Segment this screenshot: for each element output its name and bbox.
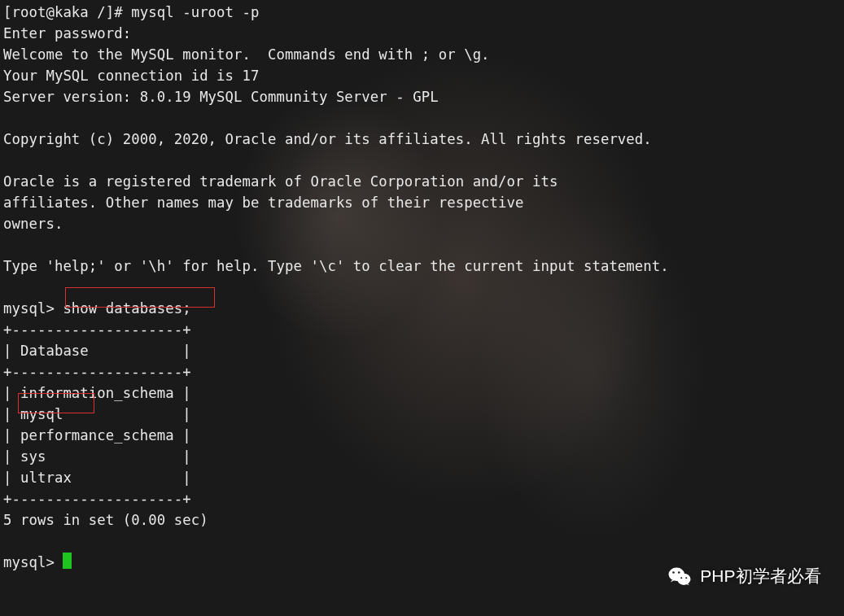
watermark: PHP初学者必看 xyxy=(667,564,821,588)
line: | performance_schema | xyxy=(3,427,191,443)
line: Your MySQL connection id is 17 xyxy=(3,68,260,84)
line: owners. xyxy=(3,216,63,232)
highlight-show-databases xyxy=(65,287,215,308)
line: affiliates. Other names may be trademark… xyxy=(3,194,524,211)
line: [root@kaka /]# mysql -uroot -p xyxy=(3,4,260,20)
line: | sys | xyxy=(3,448,191,465)
svg-point-2 xyxy=(672,571,675,574)
svg-point-3 xyxy=(678,571,680,574)
prompt-line[interactable]: mysql> xyxy=(3,554,63,570)
line: | Database | xyxy=(3,343,191,359)
svg-point-4 xyxy=(680,577,682,579)
cursor-block xyxy=(63,553,72,569)
line: Copyright (c) 2000, 2020, Oracle and/or … xyxy=(3,131,652,147)
line: Server version: 8.0.19 MySQL Community S… xyxy=(3,89,439,105)
highlight-mysql-db xyxy=(18,393,94,413)
svg-point-1 xyxy=(677,574,691,585)
line: Welcome to the MySQL monitor. Commands e… xyxy=(3,46,490,63)
line: Oracle is a registered trademark of Orac… xyxy=(3,173,558,190)
wechat-icon xyxy=(667,564,692,588)
svg-point-5 xyxy=(685,577,687,579)
line: +--------------------+ xyxy=(3,491,191,507)
line: Type 'help;' or '\h' for help. Type '\c'… xyxy=(3,258,669,274)
watermark-text: PHP初学者必看 xyxy=(700,566,821,587)
line: Enter password: xyxy=(3,25,131,42)
line: 5 rows in set (0.00 sec) xyxy=(3,512,208,528)
line: | ultrax | xyxy=(3,470,191,486)
line: +--------------------+ xyxy=(3,321,191,338)
line: +--------------------+ xyxy=(3,364,191,380)
